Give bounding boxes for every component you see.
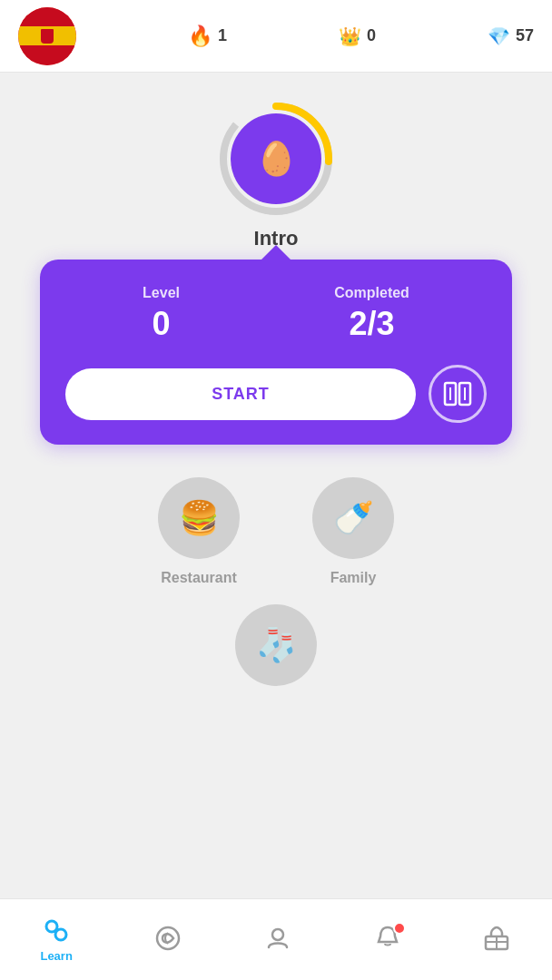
streak-stat: 🔥 1 [188, 24, 227, 48]
header: 🔥 1 👑 0 💎 57 [0, 0, 552, 73]
league-count: 0 [367, 26, 376, 45]
completed-stat: Completed 2/3 [334, 285, 409, 343]
gem-icon: 💎 [488, 25, 510, 47]
svg-point-7 [55, 929, 66, 940]
skill-row: 🍔 Restaurant 🍼 Family [158, 477, 394, 586]
streak-count: 1 [218, 26, 227, 45]
bottom-nav: Learn [0, 898, 552, 980]
profile-icon [263, 924, 292, 953]
level-stat: Level 0 [143, 285, 180, 343]
completed-label: Completed [334, 285, 409, 301]
family-skill[interactable]: 🍼 Family [312, 477, 394, 586]
nav-practice[interactable] [153, 924, 182, 956]
restaurant-skill[interactable]: 🍔 Restaurant [158, 477, 240, 586]
fire-icon: 🔥 [188, 24, 212, 48]
main-content: 🥚 Intro Level 0 Completed 2/3 START [0, 73, 552, 898]
card-stats: Level 0 Completed 2/3 [65, 285, 487, 343]
restaurant-icon: 🍔 [158, 477, 240, 559]
nav-notifications[interactable] [373, 924, 402, 956]
restaurant-label: Restaurant [161, 570, 237, 586]
level-value: 0 [143, 305, 180, 343]
learn-icon [42, 916, 71, 946]
family-label: Family [330, 570, 377, 586]
nav-shop[interactable] [482, 924, 511, 956]
svg-point-6 [46, 921, 57, 932]
book-button[interactable] [429, 365, 487, 423]
league-stat: 👑 0 [339, 25, 376, 47]
family-icon: 🍼 [312, 477, 394, 559]
shop-icon [482, 924, 511, 953]
start-button[interactable]: START [65, 368, 416, 420]
svg-point-10 [272, 929, 283, 940]
language-flag[interactable] [18, 7, 76, 65]
clothing-icon: 🧦 [235, 604, 317, 686]
crown-icon: 👑 [339, 25, 361, 47]
gems-count: 57 [516, 26, 534, 45]
gems-stat: 💎 57 [488, 25, 534, 47]
completed-value: 2/3 [334, 305, 409, 343]
intro-popup-card: Level 0 Completed 2/3 START [40, 260, 512, 445]
nav-learn[interactable]: Learn [40, 916, 72, 963]
level-label: Level [143, 285, 180, 301]
intro-icon: 🥚 [231, 113, 321, 204]
learn-label: Learn [40, 949, 72, 963]
svg-point-9 [157, 927, 179, 949]
nav-profile[interactable] [263, 924, 292, 956]
intro-progress-circle[interactable]: 🥚 [217, 100, 335, 218]
card-actions: START [65, 365, 487, 423]
practice-icon [153, 924, 182, 953]
notifications-icon [373, 924, 402, 953]
bottom-skill[interactable]: 🧦 [235, 604, 317, 686]
